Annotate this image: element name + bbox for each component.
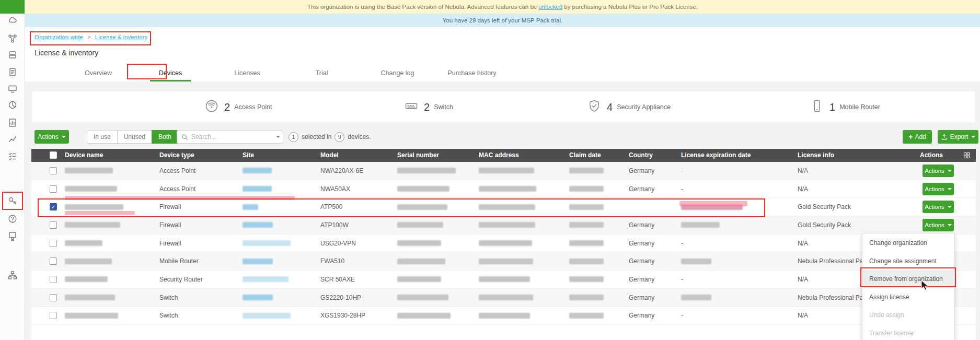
- redacted-text: [243, 259, 273, 264]
- search-options-button[interactable]: [273, 130, 283, 144]
- column-header-license-expiration-date[interactable]: License expiration date: [681, 149, 751, 162]
- table-row[interactable]: FirewallUSG20-VPNGermany-N/AActions: [31, 235, 976, 253]
- tab-purchase-history[interactable]: Purchase history: [441, 66, 503, 81]
- column-header-device-type[interactable]: Device type: [159, 149, 194, 162]
- table-row[interactable]: ✓FirewallATP500Gold Security PackActions: [31, 198, 976, 216]
- help-icon[interactable]: [7, 214, 18, 224]
- license-info-cell: N/A: [798, 307, 808, 325]
- country-cell: Germany: [629, 289, 654, 307]
- cloud-icon[interactable]: [7, 15, 18, 26]
- filter-unused[interactable]: Unused: [117, 130, 152, 144]
- row-checkbox[interactable]: [50, 294, 57, 301]
- column-header-actions[interactable]: Actions: [920, 149, 943, 162]
- summary-count: 2: [424, 101, 430, 113]
- row-actions-button[interactable]: Actions: [923, 183, 954, 195]
- row-checkbox[interactable]: [50, 312, 57, 319]
- report-icon[interactable]: [7, 118, 18, 128]
- redacted-text: [243, 168, 272, 173]
- column-header-model[interactable]: Model: [320, 149, 339, 162]
- redacted-text: [569, 276, 604, 282]
- column-header-claim-date[interactable]: Claim date: [569, 149, 601, 162]
- topology-icon[interactable]: [7, 33, 18, 44]
- site-cell: [243, 198, 258, 216]
- mac-address-cell: [479, 162, 534, 180]
- row-checkbox[interactable]: [50, 167, 57, 174]
- redacted-text: [397, 240, 441, 246]
- column-header-license-info[interactable]: License info: [798, 149, 834, 162]
- tab-trial[interactable]: Trial: [297, 66, 347, 81]
- table-row[interactable]: Access PointNWA220AX-6EGermany-N/AAction…: [31, 162, 976, 180]
- table-row[interactable]: FirewallATP100WGermanyGold Security Pack…: [31, 216, 976, 235]
- column-header-mac-address[interactable]: MAC address: [479, 149, 519, 162]
- column-header-device-name[interactable]: Device name: [65, 149, 103, 162]
- license-key-icon[interactable]: [7, 196, 18, 206]
- model-cell: ATP500: [320, 198, 342, 216]
- redacted-text: [569, 222, 604, 228]
- row-actions-button[interactable]: Actions: [923, 201, 954, 213]
- usage-pie-icon[interactable]: [7, 100, 18, 110]
- row-actions-label: Actions: [925, 222, 944, 228]
- redacted-text: [243, 186, 272, 192]
- analytics-icon[interactable]: [7, 134, 18, 144]
- row-checkbox[interactable]: ✓: [50, 203, 57, 210]
- tab-change-log[interactable]: Change log: [370, 66, 425, 81]
- row-actions-context-menu: Change organizationChange site assignmen…: [862, 233, 955, 340]
- search-input[interactable]: [191, 133, 269, 140]
- sites-icon[interactable]: [7, 50, 18, 60]
- nebula-logo[interactable]: [0, 0, 25, 14]
- serial-number-cell: [397, 198, 447, 216]
- device-type-cell: Mobile Router: [159, 252, 199, 270]
- tab-devices[interactable]: Devices: [144, 66, 197, 81]
- table-row[interactable]: SwitchGS2220-10HPGermanyNebula Professio…: [31, 289, 976, 307]
- menu-item-change-site-assignment[interactable]: Change site assignment: [862, 252, 954, 271]
- country-cell: Germany: [629, 162, 654, 180]
- export-button[interactable]: Export: [938, 130, 978, 144]
- select-all-checkbox[interactable]: [50, 151, 57, 159]
- breadcrumb-organization-wide[interactable]: Organization-wide: [34, 34, 83, 40]
- add-device-button[interactable]: + Add: [903, 130, 932, 144]
- claim-date-cell: [569, 198, 604, 216]
- row-checkbox[interactable]: [50, 221, 57, 229]
- column-settings-icon[interactable]: [963, 151, 971, 159]
- bulk-actions-button[interactable]: Actions: [34, 130, 69, 144]
- menu-item-assign-license[interactable]: Assign license: [862, 288, 954, 307]
- table-row[interactable]: Mobile RouterFWA510GermanyNebula Profess…: [31, 252, 976, 271]
- row-checkbox[interactable]: [50, 276, 57, 283]
- column-header-site[interactable]: Site: [243, 149, 254, 162]
- device-name-cell: [65, 235, 102, 252]
- row-actions-button[interactable]: Actions: [923, 165, 954, 177]
- table-row[interactable]: SwitchXGS1930-28HPGermany-N/AActions: [31, 307, 976, 325]
- devices-icon[interactable]: [7, 84, 18, 94]
- table-row[interactable]: Security RouterSCR 50AXEGermany-N/AActio…: [31, 271, 976, 289]
- claim-date-cell: [569, 289, 604, 307]
- notes-icon[interactable]: [7, 67, 18, 77]
- redacted-text: [681, 204, 743, 210]
- mac-address-cell: [479, 307, 530, 325]
- row-checkbox[interactable]: [50, 257, 57, 265]
- base-pack-banner: This organization is using the Base Pack…: [25, 0, 980, 14]
- breadcrumb-license-inventory[interactable]: License & inventory: [95, 34, 147, 40]
- redacted-text: [65, 259, 112, 264]
- certificate-icon[interactable]: [7, 231, 18, 241]
- unlocked-link[interactable]: unlocked: [538, 4, 562, 10]
- table-row[interactable]: Access PointNWA50AXGermany-N/AActions: [31, 180, 976, 198]
- checklist-icon[interactable]: [7, 151, 18, 161]
- redacted-text: [397, 276, 441, 282]
- filter-both[interactable]: Both: [152, 130, 178, 144]
- tab-licenses[interactable]: Licenses: [220, 66, 275, 81]
- column-header-serial-number[interactable]: Serial number: [397, 149, 439, 162]
- menu-item-remove-from-organization[interactable]: Remove from organization: [862, 270, 954, 288]
- row-checkbox[interactable]: [50, 240, 57, 247]
- column-header-country[interactable]: Country: [629, 149, 653, 162]
- claim-date-cell: [569, 271, 604, 288]
- filter-in-use[interactable]: In use: [87, 130, 118, 144]
- org-chart-icon[interactable]: [7, 270, 18, 280]
- license-info-cell: Nebula Professional Pack: [798, 252, 869, 270]
- license-info-cell: Gold Security Pack: [798, 216, 851, 234]
- tab-overview[interactable]: Overview: [72, 66, 124, 81]
- license-expiration-cell: -: [681, 180, 683, 198]
- device-name-cell: [65, 271, 108, 288]
- row-actions-button[interactable]: Actions: [923, 219, 954, 231]
- row-checkbox[interactable]: [50, 185, 57, 193]
- menu-item-change-organization[interactable]: Change organization: [862, 234, 954, 252]
